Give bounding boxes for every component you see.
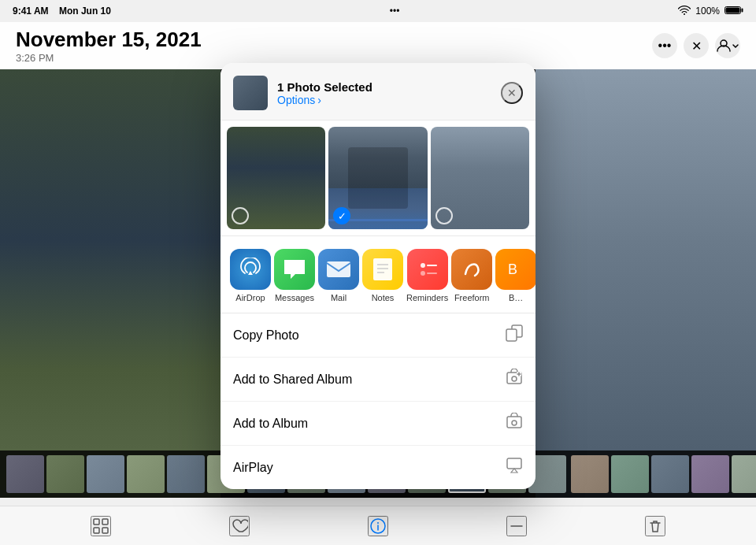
svg-rect-6 [94,528,99,533]
svg-rect-12 [327,261,350,277]
toolbar-select-button[interactable] [91,516,111,536]
copy-icon [506,324,523,346]
copy-photo-action[interactable]: Copy Photo [220,313,536,358]
svg-text:B: B [508,261,517,277]
add-album-label: Add to Album [233,417,308,431]
share-title: 1 Photo Selected [277,80,372,94]
share-header-info: 1 Photo Selected Options › [277,80,372,106]
photos-time-subtitle: 3:26 PM [16,52,202,64]
action-list: Copy Photo Add to Shared Album [220,313,536,489]
more-apps-label: B… [509,293,523,303]
share-photo-right[interactable] [431,127,529,229]
mail-label: Mail [331,293,346,303]
filmstrip-thumb[interactable] [46,455,84,493]
status-time: 9:41 AM Mon Jun 10 [13,6,111,17]
svg-rect-13 [373,258,392,280]
airdrop-icon [230,249,271,290]
share-photo-center[interactable]: ✓ [328,127,427,229]
add-shared-album-action[interactable]: Add to Shared Album [220,358,536,402]
status-indicators: 100% [678,6,743,17]
svg-rect-5 [102,519,108,525]
share-header-left: 1 Photo Selected Options › [233,76,372,110]
share-photo-left[interactable] [227,127,325,229]
filmstrip-thumb[interactable] [571,455,609,493]
svg-point-25 [512,376,517,381]
airplay-label: AirPlay [233,461,273,475]
app-freeform[interactable]: Freeform [451,249,492,303]
toolbar-delete-button[interactable] [645,516,665,536]
share-apps-row: AirDrop Messages Mail [220,236,536,313]
svg-rect-4 [94,519,99,525]
album-icon [506,413,523,434]
filmstrip-thumb[interactable] [167,455,205,493]
shared-album-icon [506,369,523,390]
svg-rect-29 [507,417,521,428]
share-sheet: 1 Photo Selected Options › ✕ ✓ [220,63,536,489]
filmstrip-thumb[interactable] [127,455,165,493]
filmstrip-thumb[interactable] [87,455,124,493]
photos-date-title: November 15, 2021 [16,28,202,52]
app-reminders[interactable]: Reminders [406,249,448,303]
selection-circle-right [435,207,453,224]
app-airdrop[interactable]: AirDrop [230,249,271,303]
svg-point-9 [377,522,379,524]
svg-rect-7 [102,528,108,533]
mail-icon [318,249,359,290]
notes-label: Notes [372,293,395,303]
svg-rect-2 [726,7,740,13]
airplay-action[interactable]: AirPlay [220,446,536,489]
app-mail[interactable]: Mail [318,249,359,303]
photos-header-left: November 15, 2021 3:26 PM [16,28,202,64]
wifi-icon [678,6,691,17]
photos-header-right: ••• ✕ [652,33,740,58]
svg-rect-23 [506,329,517,341]
add-album-action[interactable]: Add to Album [220,402,536,446]
messages-icon [274,249,315,290]
app-more[interactable]: B B… [495,249,536,303]
toolbar-share-button[interactable] [506,516,527,536]
right-photo [536,69,756,498]
svg-point-19 [421,271,425,276]
more-button[interactable]: ••• [652,33,677,58]
options-button[interactable]: Options › [277,94,372,106]
share-photos-strip: ✓ [220,120,536,236]
close-button[interactable]: ✕ [684,33,709,58]
more-apps-icon: B [495,249,536,290]
bottom-toolbar [0,506,756,545]
photos-header: November 15, 2021 3:26 PM ••• ✕ [0,22,756,69]
filmstrip-thumb[interactable] [651,455,689,493]
svg-rect-1 [742,8,743,12]
add-shared-album-label: Add to Shared Album [233,373,352,387]
svg-point-17 [421,263,425,268]
selection-circle-left [232,207,249,224]
freeform-label: Freeform [454,293,490,303]
chevron-right-icon: › [317,94,321,106]
battery-indicator: 100% [695,6,720,17]
app-messages[interactable]: Messages [274,249,315,303]
svg-rect-31 [507,458,521,469]
filmstrip-thumb[interactable] [6,455,44,493]
battery-icon [724,6,743,17]
share-thumbnail [233,76,268,110]
toolbar-info-button[interactable] [368,516,388,536]
status-bar: 9:41 AM Mon Jun 10 ••• 100% [0,0,756,22]
share-header: 1 Photo Selected Options › ✕ [220,63,536,120]
copy-photo-label: Copy Photo [233,328,299,343]
airdrop-label: AirDrop [235,293,265,303]
app-notes[interactable]: Notes [362,249,403,303]
airplay-icon [506,457,523,478]
filmstrip-thumb[interactable] [691,455,729,493]
status-center: ••• [390,6,400,17]
filmstrip-thumb[interactable] [611,455,649,493]
reminders-icon [407,249,448,290]
svg-point-30 [512,421,517,425]
toolbar-heart-button[interactable] [229,516,250,536]
filmstrip-thumb[interactable] [732,455,756,493]
reminders-label: Reminders [406,293,448,303]
person-button[interactable] [715,33,740,58]
notes-icon [362,249,403,290]
messages-label: Messages [275,293,314,303]
left-photo [0,69,220,498]
share-close-button[interactable]: ✕ [501,82,523,104]
freeform-icon [451,249,492,290]
